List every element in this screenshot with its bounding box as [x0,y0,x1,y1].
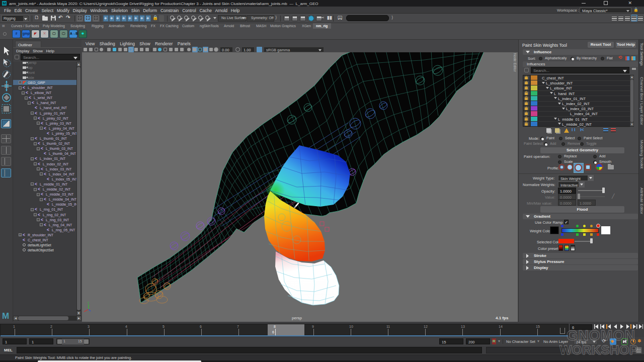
svg-text:persp: persp [292,316,302,320]
svg-text:4.1 fps: 4.1 fps [496,316,509,320]
svg-text:y: y [88,301,89,304]
